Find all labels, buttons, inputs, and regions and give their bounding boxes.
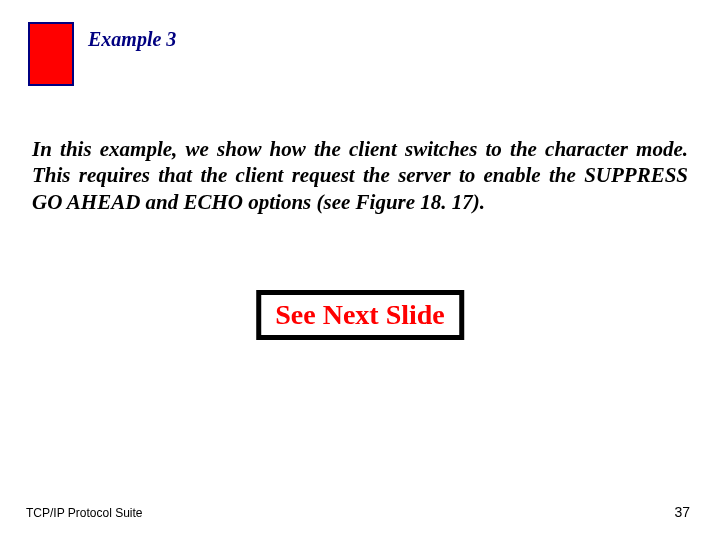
page-number: 37 [674, 504, 690, 520]
see-next-slide-label: See Next Slide [275, 299, 445, 330]
slide-title: Example 3 [88, 28, 176, 51]
footer-source: TCP/IP Protocol Suite [26, 506, 143, 520]
slide-body-paragraph: In this example, we show how the client … [32, 136, 688, 215]
accent-box [28, 22, 74, 86]
see-next-slide-box: See Next Slide [256, 290, 464, 340]
